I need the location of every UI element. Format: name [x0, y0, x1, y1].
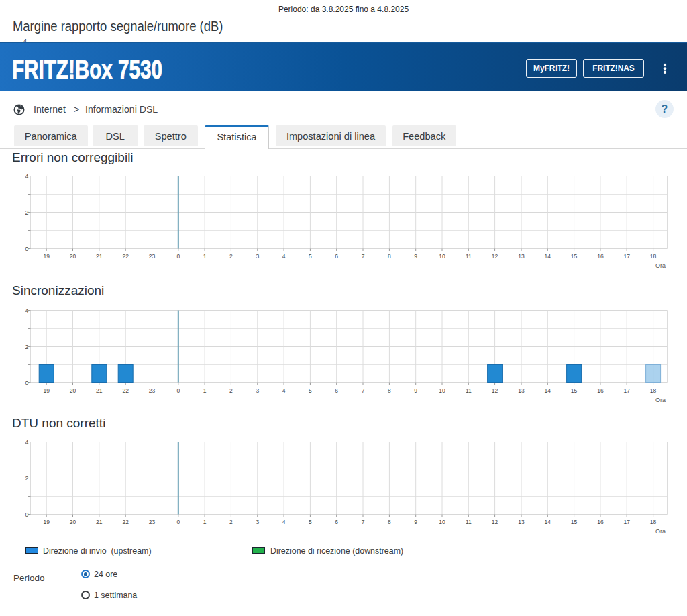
svg-text:2: 2	[229, 387, 233, 394]
svg-text:0: 0	[25, 246, 29, 252]
svg-text:16: 16	[597, 519, 604, 525]
svg-text:2: 2	[25, 209, 29, 216]
svg-text:2: 2	[229, 253, 233, 260]
svg-text:6: 6	[335, 387, 338, 394]
svg-text:2: 2	[229, 519, 233, 525]
svg-text:12: 12	[492, 519, 498, 525]
svg-text:0: 0	[176, 253, 180, 260]
svg-text:4: 4	[25, 439, 29, 446]
svg-text:4: 4	[25, 307, 29, 314]
svg-text:22: 22	[122, 519, 129, 525]
svg-text:11: 11	[466, 387, 472, 394]
svg-text:23: 23	[149, 519, 156, 525]
svg-text:4: 4	[282, 253, 286, 260]
svg-text:18: 18	[650, 519, 657, 525]
svg-text:9: 9	[414, 253, 417, 260]
svg-text:7: 7	[362, 387, 365, 394]
svg-text:3: 3	[256, 519, 259, 525]
svg-text:15: 15	[571, 253, 578, 260]
svg-text:13: 13	[518, 387, 525, 394]
svg-text:16: 16	[597, 387, 604, 394]
svg-text:17: 17	[623, 519, 630, 525]
svg-text:8: 8	[388, 519, 391, 525]
svg-text:19: 19	[43, 387, 50, 394]
svg-text:10: 10	[439, 387, 445, 394]
svg-text:0: 0	[25, 380, 29, 387]
svg-text:14: 14	[545, 253, 551, 260]
svg-text:10: 10	[439, 519, 445, 525]
svg-text:21: 21	[96, 253, 103, 260]
svg-text:12: 12	[492, 387, 498, 394]
svg-text:18: 18	[650, 253, 657, 260]
svg-text:14: 14	[545, 519, 551, 525]
svg-text:11: 11	[466, 253, 472, 260]
svg-text:20: 20	[70, 253, 76, 260]
svg-text:4: 4	[25, 173, 29, 180]
svg-text:2: 2	[25, 475, 29, 482]
svg-text:15: 15	[571, 519, 578, 525]
svg-text:9: 9	[414, 519, 417, 525]
svg-text:5: 5	[309, 519, 312, 525]
svg-text:0: 0	[176, 387, 180, 394]
svg-text:2: 2	[25, 344, 29, 350]
svg-text:Ora: Ora	[655, 397, 666, 403]
svg-text:23: 23	[149, 253, 156, 260]
svg-text:16: 16	[597, 253, 604, 260]
svg-text:1: 1	[203, 519, 207, 525]
svg-text:22: 22	[122, 387, 129, 394]
svg-text:21: 21	[96, 387, 103, 394]
svg-text:21: 21	[96, 519, 103, 525]
svg-text:5: 5	[309, 253, 312, 260]
svg-text:9: 9	[414, 387, 417, 394]
svg-text:0: 0	[176, 519, 180, 525]
svg-text:6: 6	[335, 519, 338, 525]
svg-text:0: 0	[25, 511, 29, 518]
svg-text:3: 3	[256, 253, 259, 260]
svg-text:23: 23	[149, 387, 156, 394]
svg-text:13: 13	[518, 253, 525, 260]
svg-text:20: 20	[70, 387, 76, 394]
svg-text:3: 3	[256, 387, 259, 394]
svg-text:20: 20	[70, 519, 76, 525]
svg-text:15: 15	[571, 387, 578, 394]
svg-text:22: 22	[122, 253, 129, 260]
svg-text:17: 17	[623, 253, 630, 260]
svg-text:19: 19	[43, 519, 50, 525]
svg-text:10: 10	[439, 253, 445, 260]
svg-text:14: 14	[545, 387, 551, 394]
svg-text:Ora: Ora	[655, 528, 666, 535]
svg-text:1: 1	[203, 253, 207, 260]
svg-text:12: 12	[492, 253, 498, 260]
svg-text:7: 7	[362, 519, 365, 525]
svg-text:8: 8	[388, 387, 391, 394]
svg-text:13: 13	[518, 519, 525, 525]
svg-text:8: 8	[388, 253, 391, 260]
svg-text:5: 5	[309, 387, 312, 394]
svg-text:1: 1	[203, 387, 207, 394]
svg-text:19: 19	[43, 253, 50, 260]
svg-text:Ora: Ora	[655, 262, 666, 269]
svg-text:11: 11	[466, 519, 472, 525]
svg-text:4: 4	[282, 519, 286, 525]
svg-text:17: 17	[623, 387, 630, 394]
svg-text:7: 7	[362, 253, 365, 260]
svg-text:18: 18	[650, 387, 657, 394]
svg-text:4: 4	[282, 387, 286, 394]
svg-text:6: 6	[335, 253, 338, 260]
